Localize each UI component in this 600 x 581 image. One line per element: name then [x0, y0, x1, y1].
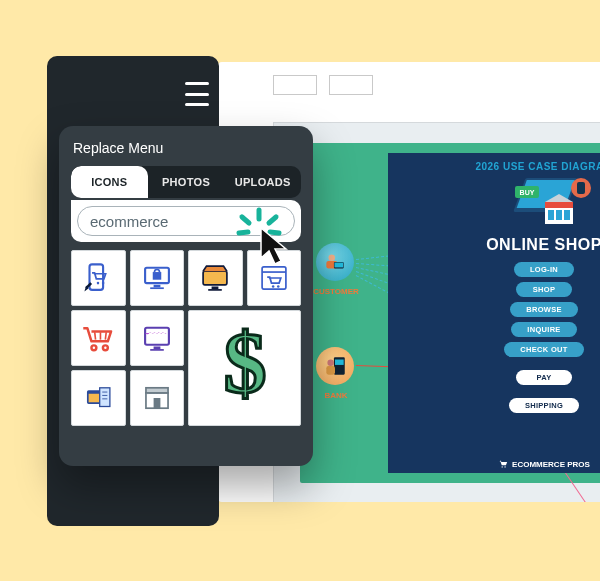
- webstore-window-icon[interactable]: [130, 310, 185, 366]
- header-placeholder[interactable]: [273, 75, 317, 95]
- buy-badge: BUY: [520, 189, 535, 196]
- step-pill-shop[interactable]: SHOP: [516, 282, 572, 297]
- step-column: LOG-IN SHOP BROWSE INQUIRE CHECK OUT PAY…: [388, 262, 600, 413]
- svg-rect-18: [577, 182, 585, 194]
- svg-rect-15: [556, 210, 562, 220]
- tab-uploads[interactable]: UPLOADS: [224, 166, 301, 198]
- step-pill-checkout[interactable]: CHECK OUT: [504, 342, 583, 357]
- svg-rect-7: [326, 366, 335, 375]
- svg-rect-43: [150, 349, 164, 351]
- step-pill-pay[interactable]: PAY: [516, 370, 572, 385]
- svg-point-35: [277, 285, 280, 288]
- svg-point-20: [505, 466, 506, 467]
- tab-bar: ICONS PHOTOS UPLOADS: [71, 166, 301, 198]
- svg-rect-53: [153, 398, 160, 408]
- package-receipt-icon[interactable]: [71, 370, 126, 426]
- phone-cart-icon[interactable]: [71, 250, 126, 306]
- poster-hero-illustration: BUY: [489, 174, 599, 232]
- svg-point-39: [92, 345, 97, 350]
- step-pill-login[interactable]: LOG-IN: [514, 262, 574, 277]
- step-pill-shipping[interactable]: SHIPPING: [509, 398, 579, 413]
- svg-rect-3: [334, 263, 343, 268]
- svg-rect-27: [150, 287, 164, 289]
- poster-footer: ECOMMERCE PROS: [388, 459, 600, 469]
- canvas-header: [273, 75, 373, 95]
- svg-rect-52: [146, 388, 168, 393]
- svg-rect-28: [153, 272, 162, 280]
- svg-line-36: [95, 332, 96, 339]
- cart-icon: [498, 459, 508, 469]
- svg-rect-12: [545, 202, 573, 208]
- store-monitor-icon[interactable]: [188, 250, 243, 306]
- svg-text:$: $: [223, 320, 266, 411]
- svg-point-6: [327, 360, 334, 367]
- svg-rect-14: [548, 210, 554, 220]
- poster-frame[interactable]: CUSTOMER BANK 2026 USE CASE DIAGRAM: [300, 143, 600, 483]
- bank-actor-icon[interactable]: [316, 347, 354, 385]
- person-atm-icon: [322, 353, 348, 379]
- svg-rect-16: [564, 210, 570, 220]
- svg-point-19: [502, 466, 503, 467]
- svg-rect-26: [153, 285, 160, 288]
- svg-marker-59: [261, 228, 286, 264]
- svg-point-23: [102, 282, 105, 285]
- panel-title: Replace Menu: [73, 140, 301, 156]
- tab-icons[interactable]: ICONS: [71, 166, 148, 198]
- store-front-icon[interactable]: [130, 370, 185, 426]
- hamburger-icon[interactable]: [175, 80, 219, 108]
- svg-point-0: [329, 254, 336, 260]
- monitor-bag-icon[interactable]: [130, 250, 185, 306]
- svg-point-40: [103, 345, 108, 350]
- svg-point-22: [97, 282, 100, 285]
- poster-inner: 2026 USE CASE DIAGRAM BUY: [388, 153, 600, 473]
- person-desk-icon: [322, 249, 348, 275]
- actor-label-bank: BANK: [308, 391, 364, 400]
- customer-actor-icon[interactable]: [316, 243, 354, 281]
- tab-photos[interactable]: PHOTOS: [148, 166, 225, 198]
- svg-rect-30: [212, 287, 219, 290]
- svg-line-55: [269, 217, 276, 223]
- pointer-cursor-icon: [258, 226, 298, 270]
- poster-heading: ONLINE SHOP: [388, 236, 600, 254]
- svg-rect-29: [203, 271, 227, 285]
- canvas-body[interactable]: CUSTOMER BANK 2026 USE CASE DIAGRAM: [273, 122, 600, 502]
- svg-rect-47: [100, 388, 110, 407]
- svg-line-57: [242, 217, 249, 223]
- svg-rect-42: [153, 347, 160, 350]
- svg-rect-41: [145, 328, 169, 345]
- icon-grid: $: [71, 250, 301, 426]
- svg-rect-5: [335, 360, 344, 365]
- svg-line-58: [239, 232, 248, 233]
- step-pill-inquire[interactable]: INQUIRE: [511, 322, 576, 337]
- actor-label-customer: CUSTOMER: [308, 287, 364, 296]
- svg-rect-31: [208, 289, 222, 291]
- poster-footer-text: ECOMMERCE PROS: [512, 460, 590, 469]
- shopping-cart-icon[interactable]: [71, 310, 126, 366]
- step-pill-browse[interactable]: BROWSE: [510, 302, 578, 317]
- dollar-sign-icon[interactable]: $: [188, 310, 301, 426]
- header-placeholder[interactable]: [329, 75, 373, 95]
- svg-line-38: [106, 332, 107, 339]
- poster-subtitle: 2026 USE CASE DIAGRAM: [388, 161, 600, 172]
- svg-point-34: [272, 285, 275, 288]
- replace-menu-panel: Replace Menu ICONS PHOTOS UPLOADS $: [59, 126, 313, 466]
